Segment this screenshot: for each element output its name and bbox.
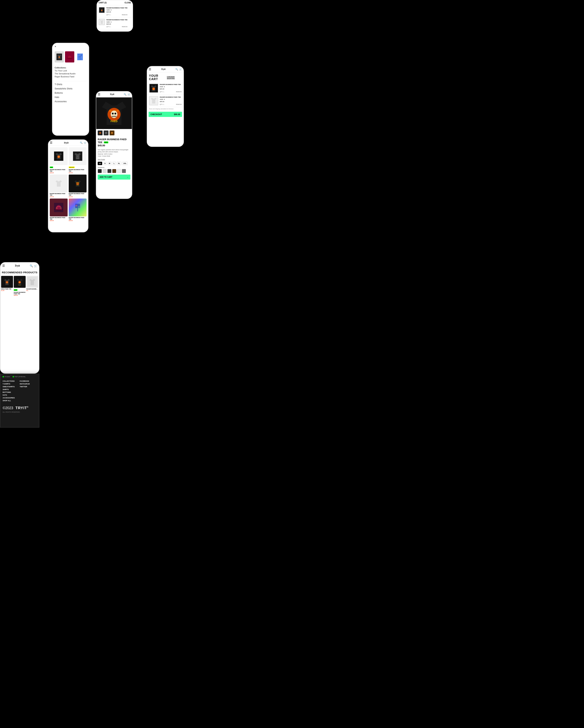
collection-rager[interactable]: Rager Business Faed [55,76,87,78]
product-main-image: RAGER FAED [96,97,132,129]
checkout-button[interactable]: CHECKOUT $90.00 [148,112,182,117]
grid-product-image [73,203,82,212]
product-name: RAGER BUSINESS FAED TEE [50,169,67,172]
variation-5[interactable] [117,169,121,173]
cart-remove-button[interactable]: REMOVE [176,104,182,106]
size-m[interactable]: M [108,162,111,165]
cart-item-size: SIZE: S [106,9,128,11]
collection-sensational[interactable]: The Sensational Austin [55,73,87,75]
svg-point-16 [80,54,81,56]
product-thumb-3[interactable] [110,130,114,135]
menu-icon[interactable]: ☰ [50,141,52,145]
menu-image-pants [76,51,85,62]
close-cart-button[interactable]: CLOSE [124,2,131,4]
cart-remove-button[interactable]: REMOVE [176,91,182,93]
footer-panel: STUDIO POP-UP/RETAIL COLLECTIONS T-SHIRT… [0,374,39,427]
svg-text:FAED: FAED [76,158,79,159]
grid-product-item[interactable]: RAGER BUSINESS FAED TEE $45.00 [69,199,87,222]
size-l[interactable]: L [113,162,116,165]
cart-icon[interactable]: 🛒 [34,264,37,267]
product-item[interactable]: ☠ NESS FAED TEE $1.00 [1,276,13,296]
cart-qty-selector[interactable]: QTY 1 ↓ [160,104,165,106]
footer-col-left: COLLECTIONS T-SHIRTS SWEATSHIRTS SHIRTS … [3,380,20,402]
cart-remove-btn[interactable]: REMOVE [122,14,128,16]
cart-item-size: SIZE: S [160,86,182,88]
cat-accessories[interactable]: Accessories [52,100,89,103]
svg-rect-12 [67,58,72,58]
cart-qty-selector[interactable]: QTY 1 ↓ [106,14,111,16]
product-price: $15.00 [69,172,87,174]
size-xs[interactable]: XS [98,162,102,165]
footer-shirts[interactable]: SHIRTS [3,389,20,390]
collections-menu-panel: × ☠ [52,43,89,136]
footer-instagram[interactable]: INSTAGRAM [20,383,37,385]
grid-product-item[interactable]: RAGER ☠ FAED RAGER BUSINESS FAED TEE $15… [69,175,87,198]
variation-1[interactable] [98,169,102,173]
size-s[interactable]: S [103,162,107,165]
cart-item-size: SIZE: S [160,98,182,101]
product-price: $15.00 [69,196,87,198]
product-thumb-2[interactable] [104,130,109,135]
footer-bottoms[interactable]: BOTTOMS [3,391,20,393]
menu-image-hat [65,51,74,62]
size-xl[interactable]: XL [117,162,121,165]
full-cart-panel: ☰ Tryit 🔍 🛒 YOUR CART CONTINUE SHOPPING … [147,66,184,147]
cat-hats[interactable]: Hats [52,96,89,99]
popup-link[interactable]: POP-UP/RETAIL [12,376,26,378]
cat-sweatshirts[interactable]: Sweatshirts Shirts [52,87,89,90]
footer-accessories[interactable]: ACCESSORIES [3,397,20,399]
grid-product-item[interactable]: RAGER BUSINESS FAED TEE $15.00 [50,175,67,198]
footer-hats[interactable]: HATS [3,394,20,396]
variation-2[interactable] [103,169,107,173]
cart-icon[interactable]: 🛒 [84,141,87,144]
cart-icon[interactable]: 🛒 [179,68,182,71]
collection-try-luck[interactable]: Try Your Luck [55,70,87,72]
cart-icon[interactable]: 🛒 [128,93,131,96]
menu-icon[interactable]: ☰ [2,264,5,267]
variation-3[interactable] [107,169,111,173]
cart-qty-selector[interactable]: QTY 1 ↓ [106,26,111,28]
cat-bottoms[interactable]: Bottoms [52,91,89,95]
grid-product-item[interactable]: ☠ NEW RAGER BUSINESS FAED TEE $45.00 [50,147,67,174]
footer-collections[interactable]: COLLECTIONS [3,380,20,382]
grid-product-item[interactable]: ☠ FAED SOLD OUT RAGER BUSINESS FAED TEE … [69,147,87,174]
cart-header: CART (2) CLOSE [97,0,133,5]
cart-item-image: ☠ [149,83,158,93]
studio-dot [3,376,4,378]
search-icon[interactable]: 🔍 [124,93,127,96]
footer-facebook[interactable]: FACEBOOK [20,380,37,382]
product-price: $45.00 [50,172,67,174]
product-item[interactable]: ☠ RAGER NEW RAGER BUSINESS FAED TEE $45.… [14,276,26,296]
size-guide-link[interactable]: Size Guide [96,158,132,161]
thumb-svg [110,131,114,135]
product-item[interactable]: RAGER BUSINE... $2... [26,276,38,296]
footer-shopall[interactable]: SHOP ALL [3,400,20,401]
studio-link[interactable]: STUDIO [3,376,10,378]
footer-sweatshirts[interactable]: SWEATSHIRTS [3,386,20,388]
cart-qty-selector[interactable]: QTY 1 ↓ [160,91,165,93]
variation-4[interactable] [112,169,116,173]
menu-hat-svg [67,54,73,60]
menu-icon[interactable]: ☰ [98,93,100,96]
cart-item-size: SIZE: S [106,21,128,23]
cat-tshirts[interactable]: T-Shirts [52,83,89,86]
search-icon[interactable]: 🔍 [80,141,83,144]
search-icon[interactable]: 🔍 [30,264,33,267]
menu-image-shirt: ☠ [55,51,64,62]
continue-shopping-button[interactable]: CONTINUE SHOPPING [167,76,182,79]
grid-product-image [54,203,63,212]
close-button[interactable]: × [52,43,89,50]
grid-product-item[interactable]: RAGER BUSINESS FAED TEE $45.00 [50,199,67,222]
menu-icon[interactable]: ☰ [148,68,151,71]
product-thumb-1[interactable] [98,130,103,135]
cart-item-info: RAGER BUSINESS FAED TEE SIZE: S $45.00 Q… [106,19,128,27]
footer-tshirts[interactable]: T-SHIRTS [3,383,20,385]
cart-item: ☠ RAGER BUSINESS FAED TEE SIZE: S $45.00… [97,5,133,17]
footer-twitter[interactable]: TWITTER [20,386,37,388]
grid-product-image: ☠ FAED [73,152,82,161]
search-icon[interactable]: 🔍 [175,68,178,71]
size-2xl[interactable]: 2XL [122,162,128,165]
variation-6[interactable] [122,169,126,173]
add-to-cart-button[interactable]: ADD TO CART → [98,175,131,180]
cart-remove-btn[interactable]: REMOVE [122,26,128,28]
